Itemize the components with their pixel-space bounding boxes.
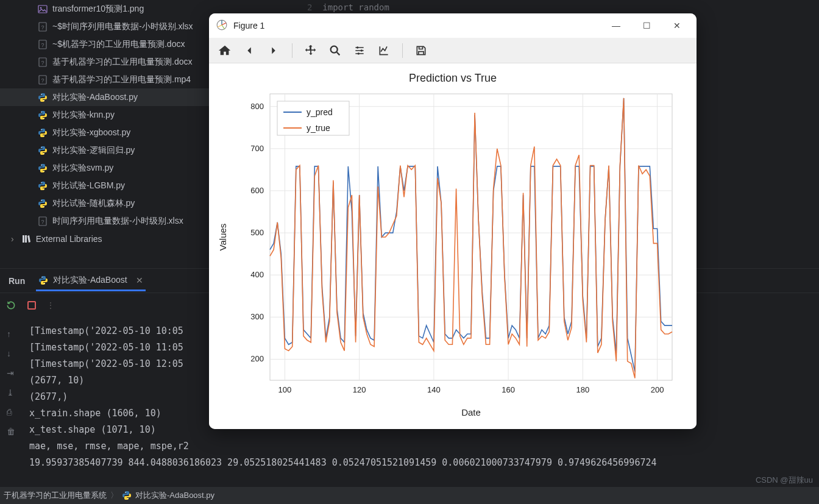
file-name: ~$机器学习的工业用电量预测.docx	[52, 39, 185, 50]
svg-point-22	[41, 200, 41, 201]
unk-icon: ?	[38, 22, 48, 32]
svg-text:180: 180	[576, 385, 589, 394]
file-name: ~$时间序列用电量数据-小时级别.xlsx	[52, 21, 193, 32]
maximize-icon[interactable]: ☐	[634, 16, 659, 35]
svg-point-29	[127, 498, 128, 499]
svg-point-16	[41, 147, 41, 147]
unk-icon: ?	[38, 57, 48, 67]
file-item[interactable]: 对比试验-LGBM.py	[0, 177, 209, 194]
file-name: 对比实验-AdaBoost.py	[52, 92, 138, 103]
file-item[interactable]: 对比实验-逻辑回归.py	[0, 141, 209, 159]
svg-point-26	[42, 277, 43, 277]
plot-canvas[interactable]: 100120140160180200200300400500600700800P…	[209, 63, 697, 429]
svg-point-1	[40, 7, 42, 9]
svg-text:100: 100	[278, 385, 292, 394]
scroll-icon[interactable]: ⤓	[7, 388, 18, 399]
file-item[interactable]: 对比实验svm.py	[0, 159, 209, 177]
back-icon[interactable]	[241, 42, 258, 59]
py-icon	[38, 93, 48, 102]
svg-point-27	[44, 283, 45, 283]
svg-text:Values: Values	[218, 224, 228, 251]
pan-icon[interactable]	[302, 42, 319, 59]
file-item[interactable]: ?基于机器学习的工业用电量预测.docx	[0, 53, 209, 71]
svg-text:120: 120	[353, 385, 366, 394]
breadcrumb-file[interactable]: 对比实验-AdaBoost.py	[135, 490, 214, 501]
py-icon	[38, 110, 48, 120]
project-tree[interactable]: transformer10预测1.png?~$时间序列用电量数据-小时级别.xl…	[0, 0, 209, 268]
svg-point-15	[43, 135, 44, 136]
file-name: 基于机器学习的工业用电量预测.docx	[52, 57, 192, 68]
svg-point-13	[43, 118, 44, 118]
py-icon	[38, 146, 48, 155]
svg-point-11	[43, 100, 44, 101]
file-item[interactable]: ?时间序列用电量数据-小时级别.xlsx	[0, 212, 209, 230]
file-item[interactable]: 对比实验-xgboost.py	[0, 124, 209, 141]
file-item[interactable]: ?基于机器学习的工业用电量预测.mp4	[0, 71, 209, 88]
unk-icon: ?	[38, 75, 48, 85]
chevron-right-icon: ›	[11, 234, 14, 244]
breadcrumb[interactable]: 于机器学习的工业用电量系统 〉 对比实验-AdaBoost.py	[0, 487, 819, 504]
svg-text:y_true: y_true	[307, 123, 330, 133]
py-icon	[38, 163, 48, 173]
file-name: 对比实验-xgboost.py	[52, 127, 130, 138]
wrap-icon[interactable]: ⇥	[7, 368, 18, 379]
forward-icon[interactable]	[265, 42, 282, 59]
svg-point-14	[41, 129, 41, 130]
svg-text:Date: Date	[461, 407, 481, 417]
external-libraries[interactable]: ›External Libraries	[0, 230, 209, 247]
close-icon[interactable]: ✕	[665, 16, 689, 35]
img-icon	[38, 4, 48, 14]
svg-text:200: 200	[250, 354, 264, 363]
run-gutter: ↑ ↓ ⇥ ⤓ ⎙ 🗑	[0, 317, 24, 488]
svg-point-31	[331, 46, 338, 52]
file-name: 时间序列用电量数据-小时级别.xlsx	[52, 216, 183, 227]
svg-point-12	[41, 112, 41, 112]
print-icon[interactable]: ⎙	[7, 407, 18, 418]
up-arrow-icon[interactable]: ↑	[7, 329, 18, 340]
py-icon	[38, 199, 48, 208]
figure-window-title: Figure 1	[233, 21, 598, 30]
home-icon[interactable]	[216, 42, 233, 59]
external-libraries-label: External Libraries	[36, 234, 102, 244]
library-icon	[21, 234, 31, 244]
svg-text:700: 700	[250, 144, 264, 153]
run-tab[interactable]: 对比实验-AdaBoost ✕	[36, 270, 145, 291]
svg-point-23	[43, 206, 44, 207]
svg-rect-0	[38, 5, 47, 13]
zoom-icon[interactable]	[327, 42, 344, 59]
figure-titlebar[interactable]: Figure 1 ― ☐ ✕	[209, 13, 697, 38]
file-item[interactable]: transformer10预测1.png	[0, 0, 209, 18]
file-name: 对比试验-随机森林.py	[52, 198, 135, 209]
watermark: CSDN @甜辣uu	[756, 475, 813, 486]
file-item[interactable]: 对比实验-knn.py	[0, 106, 209, 124]
down-arrow-icon[interactable]: ↓	[7, 349, 18, 360]
rerun-icon[interactable]	[5, 299, 17, 311]
configure-icon[interactable]	[351, 42, 368, 59]
svg-text:y_pred: y_pred	[307, 107, 333, 117]
minimize-icon[interactable]: ―	[604, 16, 628, 35]
file-item[interactable]: ?~$机器学习的工业用电量预测.docx	[0, 35, 209, 53]
svg-point-19	[43, 171, 44, 171]
save-icon[interactable]	[413, 42, 430, 59]
file-name: 对比实验-逻辑回归.py	[52, 145, 135, 156]
stop-icon[interactable]	[26, 299, 38, 311]
trash-icon[interactable]: 🗑	[7, 427, 18, 438]
editor-line-hint: 2 import random	[305, 0, 392, 15]
svg-text:?: ?	[41, 42, 44, 48]
run-label: Run	[9, 276, 25, 286]
axes-icon[interactable]	[375, 42, 392, 59]
matplotlib-icon	[216, 20, 227, 32]
file-name: 基于机器学习的工业用电量预测.mp4	[52, 74, 191, 85]
breadcrumb-folder[interactable]: 于机器学习的工业用电量系统	[4, 490, 107, 501]
file-item[interactable]: 对比试验-随机森林.py	[0, 194, 209, 212]
python-icon	[122, 491, 132, 500]
svg-point-10	[41, 94, 41, 94]
file-item[interactable]: 对比实验-AdaBoost.py	[0, 88, 209, 106]
svg-point-34	[358, 52, 360, 54]
svg-text:140: 140	[427, 385, 441, 394]
matplotlib-figure-window[interactable]: Figure 1 ― ☐ ✕ 1001201401601802002003004…	[209, 13, 697, 429]
svg-text:400: 400	[250, 270, 264, 279]
file-item[interactable]: ?~$时间序列用电量数据-小时级别.xlsx	[0, 18, 209, 35]
svg-point-28	[125, 492, 126, 492]
close-icon[interactable]: ✕	[136, 275, 143, 285]
